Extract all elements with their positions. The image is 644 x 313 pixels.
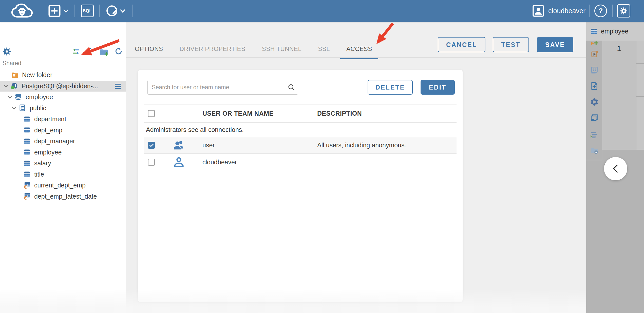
cancel-button[interactable]: CANCEL [438,37,485,52]
table-icon [23,115,31,123]
connection-dialog-tabs: OPTIONS DRIVER PROPERTIES SSH TUNNEL SSL… [129,41,383,58]
row-checkbox[interactable] [148,159,155,166]
table-row[interactable]: cloudbeaver [144,154,457,171]
row-description: All users, including anonymous. [317,142,406,149]
collapse-panel-button[interactable] [604,157,627,180]
tree-item-label: title [34,171,44,178]
save-to-folder-icon[interactable] [590,146,599,155]
tree-item-view-current-dept-emp[interactable]: current_dept_emp [0,180,126,191]
topbar-divider [132,5,132,17]
admin-notice-row: Administrators see all connections. [144,123,457,137]
tree-item-label: New folder [22,71,52,79]
tree-item-label: dept_emp_latest_date [34,193,97,200]
grid-bottom-line [602,150,644,150]
grid-line [636,63,644,64]
new-connection-button[interactable] [47,0,62,22]
tree-item-table-employee[interactable]: employee [0,147,126,158]
table-header-row: USER OR TEAM NAME DESCRIPTION [144,104,457,123]
tree-item-label: employee [26,93,53,101]
tree-section-label: Shared [3,60,21,67]
gear-icon [3,47,11,56]
open-panel-icon[interactable] [590,113,599,122]
sql-editor-button[interactable]: SQL [81,0,94,22]
result-grid-column [636,41,644,150]
test-button[interactable]: TEST [493,37,529,52]
settings-button[interactable] [617,0,630,22]
admin-notice-text: Administrators see all connections. [146,126,244,133]
team-icon [173,140,185,151]
table-icon [23,148,31,156]
tree-item-table-department[interactable]: department [0,114,126,125]
grid-view-icon[interactable] [590,66,599,75]
cloudbeaver-logo[interactable] [8,0,36,22]
bottom-fade-overlay [0,289,586,313]
add-item-icon[interactable] [590,40,599,49]
column-header-name: USER OR TEAM NAME [202,110,274,117]
schema-icon [19,104,26,112]
tab-label: employee [601,28,628,35]
save-button[interactable]: SAVE [537,37,573,52]
user-icon [173,156,185,168]
tree-item-label: department [34,115,66,123]
help-button[interactable]: ? [594,0,607,22]
gear-icon [620,7,628,15]
search-input[interactable] [147,80,298,95]
tree-item-database-employee[interactable]: employee [0,92,126,103]
collapse-all-button[interactable] [86,47,94,56]
tree-item-view-dept-emp-latest-date[interactable]: dept_emp_latest_date [0,191,126,202]
chevron-down-icon[interactable] [6,93,14,101]
driver-tools-dropdown-icon[interactable] [119,0,126,22]
execute-script-icon[interactable] [590,50,599,59]
navigator-sidebar: Shared New folder PostgreSQL@ep-hidden-.… [0,22,126,313]
tree-item-table-dept-manager[interactable]: dept_manager [0,136,126,147]
row-name: user [202,142,215,149]
select-all-checkbox[interactable] [148,110,155,117]
delete-button[interactable]: DELETE [368,80,413,95]
chevron-down-icon[interactable] [2,82,10,90]
chevron-left-icon [611,164,620,174]
table-icon [23,160,31,167]
tab-driver-properties[interactable]: DRIVER PROPERTIES [174,41,252,58]
tree-item-postgresql-connection[interactable]: PostgreSQL@ep-hidden-... [0,81,126,92]
table-row[interactable]: user All users, including anonymous. [144,137,457,154]
grid-divider [636,41,636,150]
sql-editor-label: SQL [83,8,92,13]
tab-ssl[interactable]: SSL [312,41,336,58]
check-icon [149,143,154,148]
navigator-settings-button[interactable] [3,47,11,56]
chevron-down-icon[interactable] [10,104,18,112]
add-folder-button[interactable] [99,47,108,56]
tree-item-label: salary [34,160,51,167]
connection-dialog: OPTIONS DRIVER PROPERTIES SSH TUNNEL SSL… [126,22,586,313]
tree-item-schema-public[interactable]: public [0,103,126,114]
user-avatar-icon[interactable] [532,0,545,22]
export-document-icon[interactable] [590,82,599,90]
database-tree: New folder PostgreSQL@ep-hidden-... empl… [0,69,126,202]
tree-item-label: current_dept_emp [34,182,86,189]
refresh-icon [115,47,123,55]
tab-access[interactable]: ACCESS [340,41,378,59]
refresh-button[interactable] [115,47,123,56]
row-number-cell: 1 [602,41,636,56]
tree-item-new-folder[interactable]: New folder [0,69,126,81]
user-menu[interactable]: cloudbeaver [547,0,586,22]
view-icon [23,182,31,189]
node-menu-icon[interactable] [114,82,122,90]
tree-item-label: dept_manager [34,137,75,145]
new-connection-dropdown-icon[interactable] [62,0,69,22]
edit-button[interactable]: EDIT [421,80,455,95]
driver-tools-button[interactable] [104,0,119,22]
tree-item-table-title[interactable]: title [0,169,126,180]
tab-ssh-tunnel[interactable]: SSH TUNNEL [256,41,308,58]
postgresql-connection-icon [11,82,18,90]
ai-assistant-icon[interactable] [590,98,599,106]
execution-log-icon[interactable] [590,131,599,139]
tree-item-table-salary[interactable]: salary [0,158,126,169]
tree-item-table-dept-emp[interactable]: dept_emp [0,125,126,136]
link-with-editor-button[interactable] [72,47,80,56]
tab-employee-table[interactable]: employee [586,22,644,41]
tab-options[interactable]: OPTIONS [129,41,169,58]
row-checkbox-checked[interactable] [148,142,155,149]
access-panel: DELETE EDIT USER OR TEAM NAME DESCRIPTIO… [138,70,463,302]
tree-item-label: public [30,105,46,112]
